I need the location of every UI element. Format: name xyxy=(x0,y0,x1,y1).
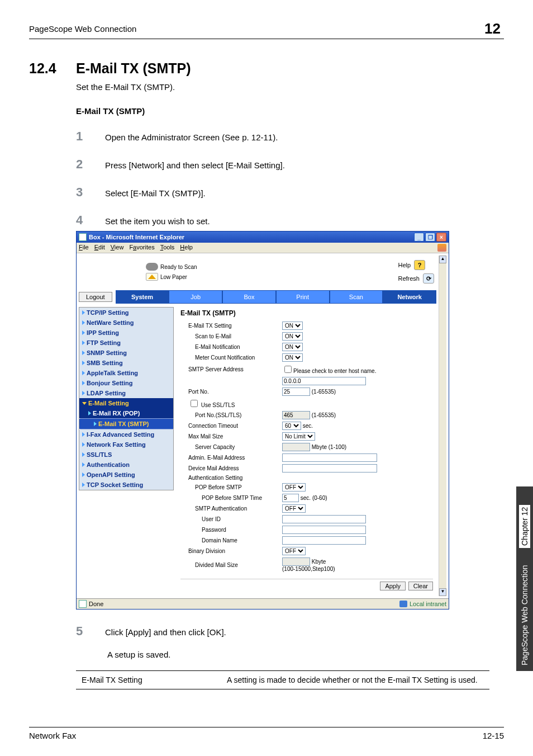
help-link[interactable]: Help xyxy=(398,262,411,268)
section-number: 12.4 xyxy=(29,60,76,77)
section-heading: E-Mail TX (SMTP) xyxy=(76,60,191,76)
maximize-button[interactable]: ❐ xyxy=(425,233,435,242)
sel-scan-email[interactable]: ON xyxy=(282,332,303,341)
lbl-timeout: Connection Timeout xyxy=(180,420,281,431)
inp-smtp-server[interactable] xyxy=(282,377,366,385)
sel-smtp-auth[interactable]: OFF xyxy=(282,504,306,513)
sel-pop-smtp[interactable]: OFF xyxy=(282,483,306,492)
step-number-2: 2 xyxy=(76,157,105,172)
nav-bonjour[interactable]: Bonjour Setting xyxy=(79,378,173,388)
tab-network[interactable]: Network xyxy=(383,290,436,304)
description-table: E-Mail TX Setting A setting is made to d… xyxy=(76,670,489,689)
sel-binary[interactable]: OFF xyxy=(282,547,306,555)
nav-openapi[interactable]: OpenAPI Setting xyxy=(79,470,173,480)
chk-ssl[interactable] xyxy=(191,400,198,407)
nav-smb[interactable]: SMB Setting xyxy=(79,358,173,368)
nav-appletalk[interactable]: AppleTalk Setting xyxy=(79,368,173,378)
inp-userid[interactable] xyxy=(282,515,366,523)
menu-file[interactable]: File xyxy=(79,244,89,252)
status-ready: Ready to Scan xyxy=(160,264,197,270)
lbl-meter: Meter Count Notification xyxy=(180,352,281,363)
nav-ipp[interactable]: IPP Setting xyxy=(79,328,173,338)
range-port-ssl: (1-65535) xyxy=(312,412,336,418)
inp-devicemail[interactable] xyxy=(282,464,377,472)
range-divmail: (100-15000,Step100) xyxy=(282,566,335,572)
lbl-divmail: Divided Mail Size xyxy=(180,556,281,573)
tray-warning-icon xyxy=(146,273,158,281)
nav-email-tx-smtp[interactable]: E-Mail TX (SMTP) xyxy=(79,418,173,429)
inp-port[interactable] xyxy=(282,388,310,396)
page-icon xyxy=(79,233,87,241)
lbl-authset: Authentication Setting xyxy=(180,474,281,482)
sel-maxmail[interactable]: No Limit xyxy=(282,432,315,441)
sel-email-tx[interactable]: ON xyxy=(282,322,303,330)
nav-tcpip[interactable]: TCP/IP Setting xyxy=(79,308,173,318)
lbl-scan-email: Scan to E-Mail xyxy=(180,331,281,342)
step-number-4: 4 xyxy=(76,213,105,228)
ie-flag-icon xyxy=(437,244,446,252)
menu-edit[interactable]: Edit xyxy=(94,244,105,252)
printer-status-icon xyxy=(146,263,158,271)
nav-ifax[interactable]: I-Fax Advanced Setting xyxy=(79,429,173,440)
logout-button[interactable]: Logout xyxy=(79,292,112,302)
close-button[interactable]: × xyxy=(436,233,446,242)
inp-divmail[interactable] xyxy=(282,557,310,566)
side-tab: PageScope Web Connection Chapter 12 xyxy=(516,486,533,671)
menu-help[interactable]: Help xyxy=(180,244,193,252)
inp-servercap[interactable] xyxy=(282,443,310,451)
nav-snmp[interactable]: SNMP Setting xyxy=(79,348,173,358)
nav-tcpsocket[interactable]: TCP Socket Setting xyxy=(79,480,173,490)
inp-domain[interactable] xyxy=(282,536,366,545)
tab-print[interactable]: Print xyxy=(276,290,330,304)
nav-auth[interactable]: Authentication xyxy=(79,460,173,470)
nav-email-rx-pop[interactable]: E-Mail RX (POP) xyxy=(79,408,173,418)
inp-adminemail[interactable] xyxy=(282,453,377,462)
menu-tools[interactable]: Tools xyxy=(160,244,175,252)
tab-scan[interactable]: Scan xyxy=(330,290,383,304)
tab-system[interactable]: System xyxy=(116,290,169,304)
tab-job[interactable]: Job xyxy=(169,290,222,304)
nav-ftp[interactable]: FTP Setting xyxy=(79,338,173,348)
header-title: PageScope Web Connection xyxy=(29,24,136,34)
scroll-down-button[interactable]: ▼ xyxy=(439,588,446,596)
lbl-ssl: Use SSL/TLS xyxy=(201,402,235,408)
lbl-pop-smtp: POP Before SMTP xyxy=(180,482,281,493)
sel-email-notif[interactable]: ON xyxy=(282,343,303,351)
lbl-email-tx: E-Mail TX Setting xyxy=(180,320,281,331)
sel-timeout[interactable]: 60 xyxy=(282,422,301,430)
inp-port-ssl[interactable] xyxy=(282,411,310,419)
lbl-pop-time: POP Before SMTP Time xyxy=(180,493,281,503)
unit-timeout: sec. xyxy=(303,423,313,429)
nav-netware[interactable]: NetWare Setting xyxy=(79,318,173,328)
nav-email-setting[interactable]: E-Mail Setting xyxy=(79,398,173,408)
sel-meter[interactable]: ON xyxy=(282,353,303,362)
clear-button[interactable]: Clear xyxy=(408,582,433,590)
apply-button[interactable]: Apply xyxy=(380,582,406,590)
help-icon[interactable]: ? xyxy=(414,260,425,270)
local-intranet-icon xyxy=(399,601,407,607)
unit-pop-time: sec. (0-60) xyxy=(301,495,327,501)
chk-hostname[interactable] xyxy=(284,366,292,373)
minimize-button[interactable]: _ xyxy=(414,233,424,242)
lbl-hostname-check: Please check to enter host name. xyxy=(293,368,376,374)
window-title: Box - Microsoft Internet Explorer xyxy=(89,234,184,240)
step-text-3: Select [E-Mail TX (SMTP)]. xyxy=(105,188,504,198)
menu-favorites[interactable]: Favorites xyxy=(129,244,154,252)
nav-ldap[interactable]: LDAP Setting xyxy=(79,388,173,398)
nav-networkfax[interactable]: Network Fax Setting xyxy=(79,440,173,450)
refresh-link[interactable]: Refresh xyxy=(398,275,420,282)
menu-view[interactable]: View xyxy=(111,244,124,252)
scroll-up-button[interactable]: ▲ xyxy=(439,256,446,263)
side-tab-chapter: Chapter 12 xyxy=(519,505,530,548)
lbl-servercap: Server Capacity xyxy=(180,442,281,452)
scrollbar-track[interactable] xyxy=(439,263,446,588)
refresh-icon[interactable]: ⟳ xyxy=(423,273,434,284)
inp-password[interactable] xyxy=(282,526,366,534)
inp-pop-time[interactable] xyxy=(282,494,299,502)
tab-box[interactable]: Box xyxy=(222,290,276,304)
status-low-paper: Low Paper xyxy=(160,274,187,280)
step-number-3: 3 xyxy=(76,185,105,200)
nav-ssl[interactable]: SSL/TLS xyxy=(79,450,173,460)
menubar: File Edit View Favorites Tools Help xyxy=(77,243,449,253)
header-chapter-number: 12 xyxy=(481,20,504,37)
